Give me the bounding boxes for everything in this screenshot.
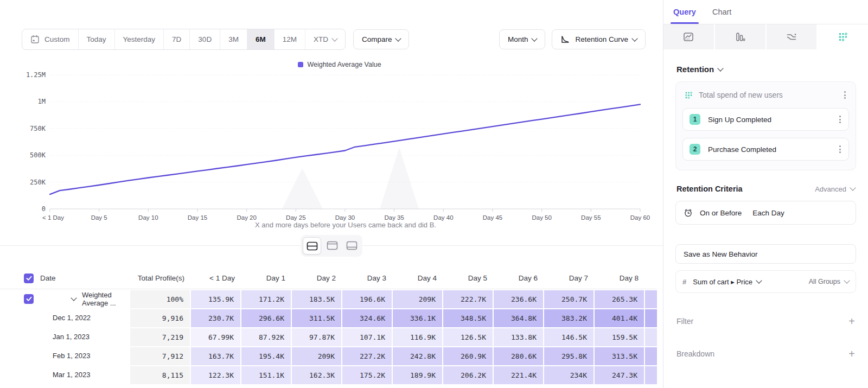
retention-value-cell: 364.8K (494, 308, 544, 327)
retention-value-cell: 87.92K (241, 327, 292, 346)
save-as-new-behavior-button[interactable]: Save as New Behavior (675, 244, 856, 264)
kebab-menu-icon[interactable] (837, 113, 843, 125)
clipped-value-cell (645, 365, 657, 384)
table-row[interactable]: Mar 1, 20238,115122.3K151.1K162.3K175.2K… (0, 365, 657, 384)
retention-chart-icon[interactable] (818, 24, 868, 49)
retention-value-cell: 265.3K (595, 289, 645, 308)
criteria-mode-label: Advanced (815, 185, 846, 193)
retention-value-cell: 171.2K (241, 289, 292, 308)
alarm-clock-icon (684, 208, 693, 218)
table-only-toggle[interactable] (343, 237, 360, 253)
row-label: Mar 1, 2023 (53, 371, 90, 379)
x-tick-label: Day 50 (532, 214, 551, 221)
total-profiles-cell: 7,912 (130, 346, 191, 365)
behavior-step-1[interactable]: 1 Sign Up Completed (682, 108, 849, 131)
range-xtd[interactable]: XTD (305, 29, 345, 49)
retention-value-cell: 189.9K (393, 365, 443, 384)
row-checkbox[interactable] (24, 294, 34, 304)
watermark-triangle (380, 148, 419, 209)
expand-chevron-icon[interactable] (71, 295, 76, 301)
range-yesterday[interactable]: Yesterday (114, 29, 164, 49)
kebab-menu-icon[interactable] (842, 89, 848, 101)
date-column-header: Date (40, 274, 56, 282)
behavior-step-2[interactable]: 2 Purchase Completed (682, 138, 849, 161)
watermark-triangle (282, 168, 323, 209)
report-section-dropdown[interactable]: Retention (676, 65, 856, 74)
retention-value-cell: 227.2K (342, 346, 393, 365)
retention-value-cell: 247.3K (595, 365, 645, 384)
timing-operator-label: On or Before (700, 209, 742, 217)
retention-value-cell: 151.1K (241, 365, 292, 384)
funnels-chart-icon[interactable] (715, 24, 767, 49)
row-label-cell: Dec 1, 2022 (0, 308, 130, 327)
range-30d[interactable]: 30D (189, 29, 220, 49)
tab-query-label: Query (673, 8, 696, 16)
clipped-value-cell (645, 308, 657, 327)
x-tick-label: Day 15 (188, 214, 207, 221)
report-toolbar: CustomTodayYesterday7D30D3M6M12MXTD Comp… (22, 29, 646, 49)
table-row[interactable]: Jan 1, 20237,21967.99K87.92K97.87K107.1K… (0, 327, 657, 346)
retention-value-cell: 196.6K (342, 289, 393, 308)
kebab-menu-icon[interactable] (837, 143, 843, 155)
criteria-mode-dropdown[interactable]: Advanced (815, 185, 855, 193)
x-tick-label: Day 20 (237, 214, 256, 221)
behavior-header[interactable]: Total spend of new users (676, 82, 856, 108)
range-6m[interactable]: 6M (247, 29, 274, 49)
table-row[interactable]: Dec 1, 20229,916230.7K296.6K311.5K324.6K… (0, 308, 657, 327)
add-breakdown-button[interactable]: + (848, 350, 855, 358)
clipped-value-cell (645, 289, 657, 308)
split-view-toggle[interactable] (303, 237, 321, 255)
retention-value-cell: 133.8K (494, 327, 544, 346)
column-header: Day 4 (393, 268, 443, 289)
retention-value-cell: 250.7K (544, 289, 595, 308)
calendar-icon (30, 35, 40, 44)
compare-label: Compare (362, 35, 392, 43)
retention-value-cell: 206.2K (443, 365, 494, 384)
range-3m[interactable]: 3M (220, 29, 247, 49)
flows-chart-icon[interactable] (767, 24, 818, 49)
select-all-checkbox[interactable] (24, 273, 34, 283)
row-label-cell: Weighted Average ... (0, 289, 130, 308)
table-row[interactable]: Feb 1, 20237,912163.7K195.4K209K227.2K24… (0, 346, 657, 365)
compare-button[interactable]: Compare (353, 29, 410, 49)
retention-value-cell: 221.4K (494, 365, 544, 384)
x-tick-label: Day 40 (433, 214, 453, 221)
range-7d[interactable]: 7D (163, 29, 189, 49)
insights-chart-icon[interactable] (663, 24, 715, 49)
retention-value-cell: 401.4K (595, 308, 645, 327)
retention-timing-card[interactable]: On or Before Each Day (675, 201, 856, 225)
column-header: Day 3 (342, 268, 393, 289)
range-12m[interactable]: 12M (274, 29, 305, 49)
tab-chart[interactable]: Chart (712, 0, 731, 24)
range-today[interactable]: Today (78, 29, 114, 49)
retention-value-cell: 234K (544, 365, 595, 384)
retention-value-cell: 146.5K (544, 327, 595, 346)
table-row[interactable]: Weighted Average ...100%135.9K171.2K183.… (0, 289, 657, 308)
column-header: Total Profile(s) (130, 268, 191, 289)
retention-grid-icon (685, 91, 693, 99)
chart-type-label: Retention Curve (575, 35, 628, 43)
retention-curve-chart: 0250K500K750K1M1.25M< 1 DayDay 5Day 10Da… (0, 65, 663, 228)
breakdown-label: Breakdown (676, 349, 848, 358)
column-header: Day 6 (494, 268, 544, 289)
chart-only-toggle[interactable] (323, 237, 341, 253)
y-tick-label: 1M (38, 98, 46, 105)
retention-value-cell: 122.3K (191, 365, 241, 384)
granularity-dropdown[interactable]: Month (499, 29, 546, 49)
property-dropdown[interactable]: Sum of cart ▸ Price (693, 278, 808, 286)
chevron-down-icon (331, 35, 337, 41)
y-tick-label: 0 (42, 205, 46, 213)
tab-query[interactable]: Query (673, 0, 696, 24)
table-header-row: DateTotal Profile(s)< 1 DayDay 1Day 2Day… (0, 268, 657, 289)
chart-type-dropdown[interactable]: Retention Curve (552, 29, 646, 49)
groups-dropdown[interactable]: All Groups (809, 278, 849, 285)
report-section-label: Retention (676, 65, 714, 74)
retention-value-cell: 311.5K (292, 308, 342, 327)
column-header: Day 1 (241, 268, 292, 289)
retention-value-cell: 383.2K (544, 308, 595, 327)
range-custom[interactable]: Custom (22, 29, 78, 49)
y-tick-label: 750K (30, 125, 46, 132)
row-label-cell: Mar 1, 2023 (0, 365, 130, 384)
row-label: Feb 1, 2023 (53, 352, 90, 360)
add-filter-button[interactable]: + (848, 317, 855, 325)
